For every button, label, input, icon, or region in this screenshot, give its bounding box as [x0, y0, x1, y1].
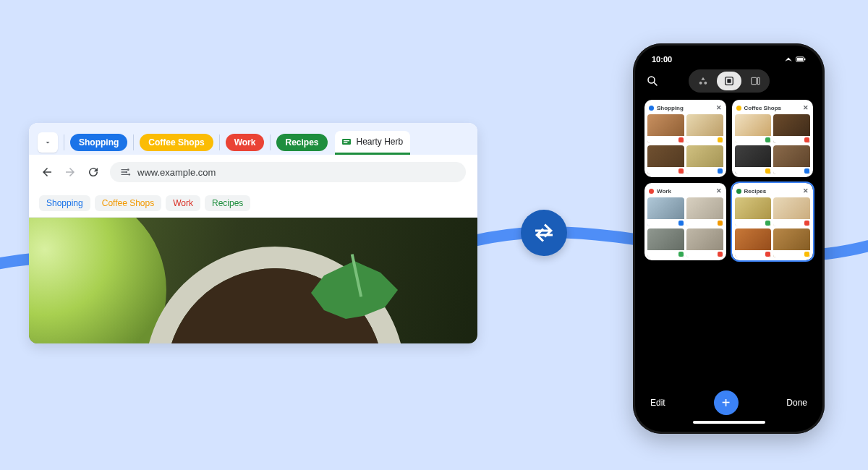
close-icon[interactable]: ✕ — [716, 187, 722, 195]
close-icon[interactable]: ✕ — [803, 187, 809, 195]
tab-thumbnail[interactable] — [773, 228, 810, 257]
done-button[interactable]: Done — [786, 398, 807, 408]
tab-thumbnail[interactable] — [686, 197, 723, 226]
close-icon[interactable]: ✕ — [716, 104, 722, 111]
segment-tab-groups[interactable] — [717, 72, 741, 90]
tab-thumbnail[interactable] — [773, 197, 810, 226]
tab-group-work[interactable]: Work — [226, 134, 265, 151]
tab-thumbnail[interactable] — [773, 145, 810, 174]
group-card-recipes[interactable]: Recipes ✕ — [732, 183, 814, 260]
tab-thumbnail[interactable] — [735, 145, 772, 174]
tab-thumbnail[interactable] — [686, 228, 723, 257]
url-text: www.example.com — [137, 167, 216, 178]
tab-thumbnail[interactable] — [647, 114, 684, 143]
svg-point-4 — [125, 171, 127, 174]
tab-switcher-bottom-bar: Edit + Done — [639, 385, 819, 421]
tab-thumbnail[interactable] — [686, 114, 723, 143]
tab-thumbnail[interactable] — [647, 145, 684, 174]
status-time: 10:00 — [652, 55, 672, 64]
group-dot-icon — [736, 189, 741, 194]
svg-rect-0 — [342, 139, 351, 145]
svg-rect-7 — [797, 58, 803, 61]
tab-group-shopping[interactable]: Shopping — [70, 134, 127, 151]
svg-point-5 — [128, 174, 130, 176]
phone-frame: 10:00 — [633, 43, 825, 434]
tab-strip: Shopping Coffee Shops Work Recipes Heart… — [29, 123, 477, 155]
bookmark-coffee-shops[interactable]: Coffee Shops — [95, 195, 162, 211]
divider — [270, 134, 271, 150]
tabs-dropdown-button[interactable] — [38, 132, 58, 153]
group-label: Coffee Shops — [744, 105, 782, 111]
browser-toolbar: www.example.com — [29, 155, 477, 189]
tab-thumbnail[interactable] — [735, 197, 772, 226]
tab-thumbnail[interactable] — [735, 228, 772, 257]
tab-group-coffee-shops[interactable]: Coffee Shops — [140, 134, 213, 151]
divider — [64, 134, 64, 150]
home-indicator[interactable] — [693, 421, 765, 424]
group-card-shopping[interactable]: Shopping ✕ — [644, 100, 726, 177]
tab-thumbnail[interactable] — [686, 145, 723, 174]
phone-screen: 10:00 — [639, 49, 819, 428]
active-tab-label: Hearty Herb — [357, 137, 404, 147]
tab-group-recipes[interactable]: Recipes — [276, 134, 327, 151]
group-card-work[interactable]: Work ✕ — [644, 183, 726, 260]
sync-icon — [521, 210, 567, 256]
favicon-icon — [341, 136, 352, 148]
forward-button[interactable] — [64, 166, 77, 179]
svg-rect-12 — [751, 77, 756, 84]
close-icon[interactable]: ✕ — [803, 104, 809, 111]
segment-incognito[interactable] — [691, 72, 715, 90]
svg-rect-8 — [804, 59, 805, 61]
bookmark-recipes[interactable]: Recipes — [205, 195, 250, 211]
tab-type-segmented-control — [689, 69, 770, 93]
bookmark-shopping[interactable]: Shopping — [39, 195, 90, 211]
page-content-hero-image — [29, 218, 477, 343]
divider — [219, 134, 220, 150]
segment-all-tabs[interactable] — [743, 72, 767, 90]
tab-groups-grid: Shopping ✕ Coffee Shops ✕ — [639, 95, 819, 385]
svg-rect-1 — [344, 140, 349, 141]
svg-rect-2 — [344, 142, 347, 142]
group-dot-icon — [649, 189, 654, 194]
tab-thumbnail[interactable] — [647, 228, 684, 257]
group-dot-icon — [736, 106, 741, 111]
group-label: Shopping — [657, 105, 684, 111]
status-icons — [784, 56, 806, 63]
tab-switcher-toolbar — [639, 67, 819, 95]
svg-rect-13 — [757, 77, 760, 84]
group-card-coffee-shops[interactable]: Coffee Shops ✕ — [732, 100, 814, 177]
edit-button[interactable]: Edit — [650, 398, 665, 408]
status-bar: 10:00 — [639, 49, 819, 67]
group-label: Work — [657, 188, 671, 195]
new-tab-button[interactable]: + — [714, 390, 739, 415]
address-bar[interactable]: www.example.com — [110, 162, 466, 182]
tab-thumbnail[interactable] — [735, 114, 772, 143]
active-tab[interactable]: Hearty Herb — [335, 131, 411, 155]
svg-point-3 — [127, 168, 129, 171]
reload-button[interactable] — [87, 166, 100, 179]
svg-point-9 — [648, 77, 655, 83]
search-icon[interactable] — [646, 74, 659, 87]
bookmarks-bar: Shopping Coffee Shops Work Recipes — [29, 189, 477, 218]
divider — [133, 134, 134, 150]
tab-thumbnail[interactable] — [647, 197, 684, 226]
svg-rect-11 — [727, 79, 731, 82]
site-info-icon[interactable] — [120, 166, 132, 178]
group-label: Recipes — [744, 188, 767, 195]
desktop-browser-window: Shopping Coffee Shops Work Recipes Heart… — [29, 123, 477, 343]
plus-icon: + — [722, 395, 731, 411]
back-button[interactable] — [41, 166, 54, 179]
bookmark-work[interactable]: Work — [166, 195, 200, 211]
group-dot-icon — [649, 106, 654, 111]
tab-thumbnail[interactable] — [773, 114, 810, 143]
